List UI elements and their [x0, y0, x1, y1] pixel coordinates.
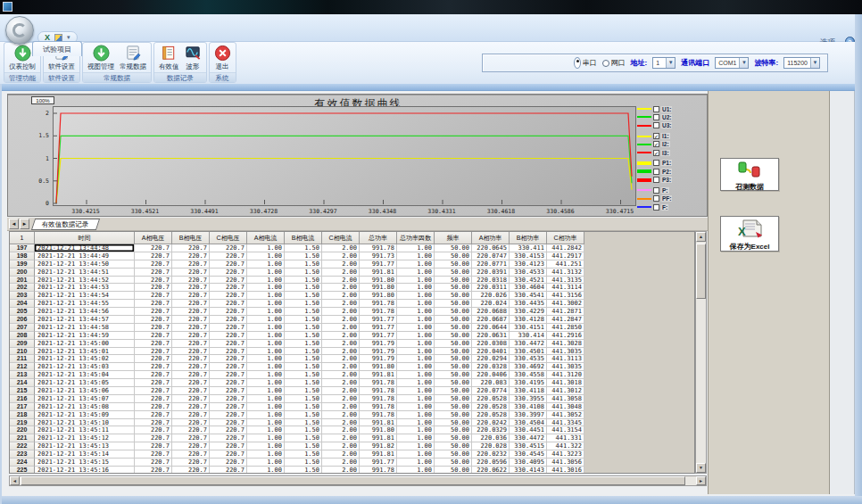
- cell[interactable]: 220.7: [135, 363, 172, 371]
- row-number-cell[interactable]: 200: [10, 269, 35, 277]
- cell[interactable]: 991.78: [360, 395, 397, 403]
- cell[interactable]: 220.7: [135, 355, 172, 363]
- cell[interactable]: 330.4153: [510, 252, 547, 260]
- cell[interactable]: 220.0596: [472, 459, 510, 467]
- cell[interactable]: 2021-12-21 13:44:56: [35, 308, 135, 316]
- cell[interactable]: 220.7: [210, 395, 247, 403]
- cell[interactable]: 2.00: [322, 387, 360, 395]
- scroll-left-icon[interactable]: ◄: [10, 476, 20, 485]
- cell[interactable]: 1.00: [397, 387, 435, 395]
- cell[interactable]: 220.7: [135, 324, 172, 332]
- cell[interactable]: 50.00: [435, 340, 472, 348]
- cell[interactable]: 220.0631: [472, 332, 510, 340]
- cell[interactable]: 2021-12-21 13:45:13: [35, 442, 135, 450]
- cell[interactable]: 220.7: [210, 308, 247, 316]
- row-number-cell[interactable]: 197: [10, 244, 35, 252]
- table-vertical-scrollbar[interactable]: ▲ ▼: [695, 231, 707, 474]
- cell[interactable]: 330.4541: [510, 292, 547, 300]
- qat-dropdown-icon[interactable]: ▾: [67, 34, 70, 41]
- cell[interactable]: 1.00: [247, 419, 285, 427]
- scroll-right-icon[interactable]: ►: [696, 476, 706, 485]
- cell[interactable]: 2.00: [322, 419, 360, 427]
- cell[interactable]: 1.50: [285, 387, 322, 395]
- cell[interactable]: 1.00: [397, 371, 435, 379]
- cell[interactable]: 220.7: [172, 260, 210, 269]
- scroll-up-icon[interactable]: ▲: [696, 232, 706, 242]
- cell[interactable]: 991.78: [360, 300, 397, 308]
- cell[interactable]: 330.4558: [510, 371, 547, 379]
- cell[interactable]: 1.00: [247, 308, 285, 316]
- cell[interactable]: 1.00: [397, 324, 435, 332]
- cell[interactable]: 1.00: [247, 442, 285, 450]
- cell[interactable]: 50.00: [435, 308, 472, 316]
- cell[interactable]: 220.7: [210, 277, 247, 285]
- cell[interactable]: 441.3048: [547, 403, 584, 411]
- cell[interactable]: 991.77: [360, 324, 397, 332]
- cell[interactable]: 220.0311: [472, 284, 510, 292]
- cell[interactable]: 220.7: [172, 450, 210, 459]
- cell[interactable]: 220.028: [472, 442, 510, 450]
- cell[interactable]: 220.7: [172, 244, 210, 252]
- cell[interactable]: 1.00: [247, 411, 285, 419]
- cell[interactable]: 1.00: [247, 459, 285, 467]
- cell[interactable]: 2.00: [322, 308, 360, 316]
- cell[interactable]: 2021-12-21 13:44:57: [35, 316, 135, 324]
- cell[interactable]: 330.4504: [510, 419, 547, 427]
- cell[interactable]: 1.50: [285, 379, 322, 387]
- cell[interactable]: 2021-12-21 13:44:52: [35, 277, 135, 285]
- row-number-cell[interactable]: 201: [10, 277, 35, 285]
- cell[interactable]: 220.7: [135, 340, 172, 348]
- cell[interactable]: 991.80: [360, 292, 397, 300]
- cell[interactable]: 220.0771: [472, 260, 510, 269]
- cell[interactable]: 220.0528: [472, 403, 510, 411]
- cell[interactable]: 441.3035: [547, 363, 584, 371]
- cell[interactable]: 2021-12-21 13:44:51: [35, 269, 135, 277]
- cell[interactable]: 441.322: [547, 442, 584, 450]
- row-number-cell[interactable]: 210: [10, 348, 35, 356]
- cell[interactable]: 220.0645: [472, 244, 510, 252]
- cell[interactable]: 220.7: [210, 292, 247, 300]
- cell[interactable]: 2021-12-21 13:45:02: [35, 355, 135, 363]
- cell[interactable]: 330.4515: [510, 442, 547, 450]
- cell[interactable]: 220.7: [135, 450, 172, 459]
- cell[interactable]: 220.0232: [472, 450, 510, 459]
- cell[interactable]: 2021-12-21 13:44:59: [35, 332, 135, 340]
- cell[interactable]: 1.00: [397, 434, 435, 442]
- cell[interactable]: 220.7: [210, 467, 247, 474]
- cell[interactable]: 50.00: [435, 324, 472, 332]
- cell[interactable]: 991.77: [360, 459, 397, 467]
- cell[interactable]: 50.00: [435, 403, 472, 411]
- cell[interactable]: 991.77: [360, 260, 397, 269]
- cell[interactable]: 1.50: [285, 316, 322, 324]
- cell[interactable]: 1.00: [247, 292, 285, 300]
- cell[interactable]: 220.7: [210, 442, 247, 450]
- legend-checkbox[interactable]: [653, 106, 659, 112]
- cell[interactable]: 1.00: [397, 332, 435, 340]
- cell[interactable]: 441.3018: [547, 379, 584, 387]
- cell[interactable]: 220.0747: [472, 252, 510, 260]
- cell[interactable]: 220.7: [135, 348, 172, 356]
- cell[interactable]: 2021-12-21 13:45:11: [35, 426, 135, 434]
- cell[interactable]: 220.7: [135, 316, 172, 324]
- cell[interactable]: 220.0329: [472, 426, 510, 434]
- row-number-cell[interactable]: 224: [10, 459, 35, 467]
- app-menu-orb[interactable]: [5, 16, 34, 45]
- cell[interactable]: 50.00: [435, 332, 472, 340]
- cell[interactable]: 1.50: [285, 411, 322, 419]
- cell[interactable]: 220.7: [135, 467, 172, 474]
- sheet-tab-rms-record[interactable]: 有效值数据记录: [31, 219, 100, 230]
- cell[interactable]: 220.7: [210, 260, 247, 269]
- net-port-radio[interactable]: 网口: [602, 58, 626, 68]
- cell[interactable]: 220.7: [135, 426, 172, 434]
- cell[interactable]: 1.00: [247, 332, 285, 340]
- cell[interactable]: 991.80: [360, 284, 397, 292]
- cell[interactable]: 2.00: [322, 324, 360, 332]
- cell[interactable]: 441.2871: [547, 308, 584, 316]
- cell[interactable]: 991.78: [360, 411, 397, 419]
- cell[interactable]: 1.50: [285, 371, 322, 379]
- cell[interactable]: 1.00: [397, 277, 435, 285]
- legend-checkbox[interactable]: [653, 195, 659, 202]
- ribbon-button[interactable]: 波形: [182, 44, 204, 71]
- cell[interactable]: 330.411: [510, 244, 547, 252]
- cell[interactable]: 220.7: [135, 395, 172, 403]
